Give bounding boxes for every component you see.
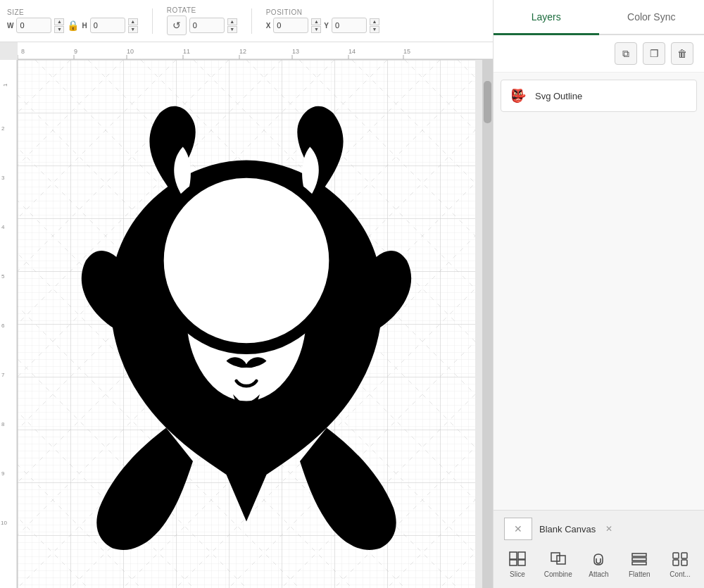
right-panel: Layers Color Sync ⧉ ❐ 🗑 👺 Svg Outline ✕ — [493, 0, 704, 588]
ruler-top: 8 9 10 11 12 13 14 15 — [18, 42, 493, 60]
svg-text:7: 7 — [1, 372, 5, 378]
slice-icon — [506, 549, 529, 568]
delete-layer-btn[interactable]: 🗑 — [671, 42, 693, 65]
svg-rect-78 — [632, 553, 646, 556]
rotate-label: Rotate — [167, 6, 196, 14]
rotate-ccw-btn[interactable]: ↺ — [167, 15, 187, 35]
grid-svg — [18, 60, 475, 588]
svg-text:12: 12 — [239, 48, 246, 55]
tab-layers[interactable]: Layers — [494, 0, 599, 35]
svg-rect-83 — [673, 560, 679, 565]
flatten-icon — [628, 549, 650, 568]
height-up-btn[interactable]: ▲ — [128, 18, 138, 25]
svg-rect-79 — [632, 558, 646, 561]
position-group: Position X ▲ ▼ Y ▲ ▼ — [266, 8, 379, 33]
x-up-btn[interactable]: ▲ — [311, 18, 321, 25]
svg-text:2: 2 — [1, 125, 5, 132]
rotate-input[interactable] — [189, 18, 225, 33]
svg-rect-74 — [510, 560, 517, 565]
x-label: X — [266, 22, 271, 30]
svg-text:5: 5 — [1, 273, 5, 280]
y-input[interactable] — [332, 18, 367, 33]
divider-2 — [251, 8, 252, 34]
action-combine-btn[interactable]: Combine — [543, 549, 574, 578]
svg-text:9: 9 — [1, 470, 5, 477]
svg-rect-77 — [557, 556, 565, 564]
drawing-canvas[interactable] — [18, 60, 475, 588]
layer-item-name: Svg Outline — [535, 91, 582, 101]
y-up-btn[interactable]: ▲ — [370, 18, 379, 25]
svg-text:8: 8 — [1, 421, 5, 427]
panel-tabs: Layers Color Sync — [494, 0, 704, 35]
svg-text:6: 6 — [1, 323, 5, 329]
svg-rect-72 — [510, 552, 517, 559]
blank-canvas-x-icon: ✕ — [514, 523, 522, 534]
svg-text:8: 8 — [21, 48, 25, 55]
svg-rect-76 — [551, 553, 560, 561]
layer-item-svg-outline[interactable]: 👺 Svg Outline — [501, 80, 697, 112]
rotate-group: Rotate ↺ ▲ ▼ — [167, 6, 237, 35]
blank-canvas-thumb: ✕ — [504, 518, 532, 540]
svg-text:4: 4 — [1, 224, 5, 230]
position-label: Position — [266, 8, 303, 16]
svg-rect-82 — [681, 553, 687, 558]
svg-rect-84 — [681, 560, 687, 565]
svg-text:15: 15 — [403, 48, 410, 55]
svg-point-68 — [223, 368, 270, 394]
layer-item-icon: 👺 — [508, 86, 528, 106]
action-combine-label: Combine — [544, 570, 572, 578]
width-input[interactable] — [16, 18, 51, 33]
attach-icon — [587, 549, 610, 568]
action-slice-btn[interactable]: Slice — [502, 549, 533, 578]
size-label: Size — [7, 8, 24, 16]
width-up-btn[interactable]: ▲ — [54, 18, 64, 25]
svg-text:13: 13 — [292, 48, 299, 55]
action-more-label: Cont... — [670, 570, 690, 578]
canvas-scrollbar[interactable] — [482, 60, 493, 588]
svg-text:9: 9 — [74, 48, 77, 55]
action-attach-btn[interactable]: Attach — [583, 549, 614, 578]
size-group: Size W ▲ ▼ 🔒 H ▲ ▼ — [7, 8, 138, 33]
combine-icon — [547, 549, 570, 568]
action-flatten-label: Flatten — [629, 570, 650, 578]
y-label: Y — [324, 22, 329, 30]
delete-icon: 🗑 — [677, 48, 687, 59]
height-input[interactable] — [90, 18, 125, 33]
svg-text:14: 14 — [348, 48, 356, 55]
ruler-left: 1 2 3 4 5 6 7 8 9 10 — [0, 60, 18, 588]
action-slice-label: Slice — [510, 570, 525, 578]
rotate-up-btn[interactable]: ▲ — [227, 18, 237, 25]
action-more-btn[interactable]: Cont... — [665, 549, 696, 578]
lock-icon: 🔒 — [67, 20, 79, 31]
blank-canvas-label: Blank Canvas — [539, 524, 596, 534]
canvas-container: 8 9 10 11 12 13 14 15 1 2 3 4 5 — [0, 42, 493, 588]
panel-toolbar: ⧉ ❐ 🗑 — [494, 35, 704, 73]
svg-text:1: 1 — [2, 83, 8, 87]
width-down-btn[interactable]: ▼ — [54, 26, 64, 33]
top-toolbar: Size W ▲ ▼ 🔒 H ▲ ▼ Rotate ↺ ▲ ▼ — [0, 0, 493, 42]
actions-row: Slice Combine Attach — [497, 546, 700, 581]
svg-rect-80 — [632, 562, 646, 565]
svg-text:10: 10 — [127, 48, 134, 55]
svg-text:3: 3 — [1, 175, 5, 181]
duplicate-layer-btn[interactable]: ⧉ — [615, 42, 637, 65]
copy-layer-btn[interactable]: ❐ — [643, 42, 665, 65]
w-label: W — [7, 22, 13, 30]
rotate-down-btn[interactable]: ▼ — [227, 26, 237, 33]
duplicate-icon: ⧉ — [622, 48, 629, 60]
svg-rect-81 — [673, 553, 679, 558]
action-flatten-btn[interactable]: Flatten — [624, 549, 655, 578]
x-input[interactable] — [273, 18, 308, 33]
blank-canvas-row: ✕ Blank Canvas ✕ — [497, 518, 700, 540]
bottom-toolbar: ✕ Blank Canvas ✕ Slice — [494, 510, 704, 588]
tab-color-sync[interactable]: Color Sync — [599, 0, 705, 35]
height-down-btn[interactable]: ▼ — [128, 26, 138, 33]
blank-canvas-remove-btn[interactable]: ✕ — [605, 524, 612, 534]
x-down-btn[interactable]: ▼ — [311, 26, 321, 33]
canvas-scrollbar-thumb[interactable] — [484, 81, 491, 123]
y-down-btn[interactable]: ▼ — [370, 26, 379, 33]
layers-content: 👺 Svg Outline — [494, 73, 704, 510]
svg-rect-73 — [518, 552, 525, 559]
divider-1 — [152, 8, 153, 34]
action-attach-label: Attach — [589, 570, 608, 578]
